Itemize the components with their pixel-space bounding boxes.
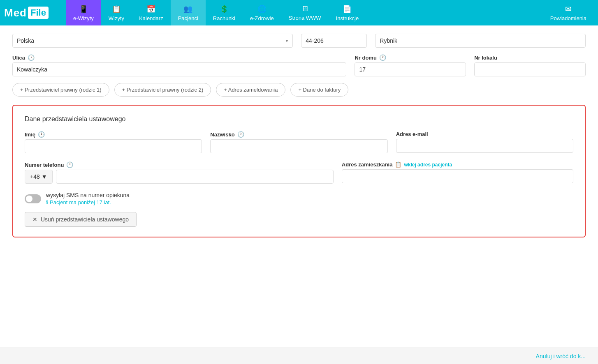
imie-field: Imię 🕐	[25, 131, 202, 153]
add-dane-faktury-button[interactable]: + Dane do faktury	[290, 83, 348, 97]
kraj-field: Polska	[12, 34, 293, 48]
wklej-adres-link[interactable]: wklej adres pacjenta	[404, 162, 452, 168]
nr-lokalu-label: Nr lokalu	[474, 55, 586, 61]
nav-label-powiadomienia: Powiadomienia	[550, 15, 586, 21]
nav-item-rachunki[interactable]: 💲 Rachunki	[206, 0, 243, 25]
nr-domu-history-icon[interactable]: 🕐	[379, 54, 386, 61]
phone-prefix-button[interactable]: +48 ▼	[25, 170, 53, 184]
sms-toggle[interactable]	[25, 194, 41, 203]
nav-item-kalendarz[interactable]: 📅 Kalendarz	[132, 0, 171, 25]
nazwisko-field: Nazwisko 🕐	[210, 131, 387, 153]
toggle-slider	[25, 194, 41, 203]
nav-label-pacjenci: Pacjenci	[178, 15, 198, 21]
nav-items: 📱 e-Wizyty 📋 Wizyty 📅 Kalendarz 👥 Pacjen…	[66, 0, 366, 25]
age-warning: ℹ Pacjent ma poniżej 17 lat.	[46, 199, 130, 205]
nr-lokalu-input[interactable]	[474, 62, 586, 76]
ulica-field: Ulica 🕐	[12, 54, 346, 76]
section-title: Dane przedstawiciela ustawowego	[25, 115, 573, 123]
email-input[interactable]	[396, 139, 573, 153]
pacjenci-icon: 👥	[183, 5, 192, 14]
miasto-field	[375, 34, 586, 48]
nazwisko-input[interactable]	[210, 139, 387, 153]
nr-domu-input[interactable]	[355, 62, 466, 76]
sms-label-block: wysyłaj SMS na numer opiekuna ℹ Pacjent …	[46, 192, 130, 205]
adres-zamieszkania-field: Adres zamieszkania 📋 wklej adres pacjent…	[342, 161, 573, 183]
close-icon: ✕	[32, 216, 37, 223]
adres-zamieszkania-input[interactable]	[342, 169, 573, 183]
strona-www-icon: 🖥	[301, 5, 308, 13]
nav-item-e-wizyty[interactable]: 📱 e-Wizyty	[66, 0, 101, 25]
add-przedstawiciel2-button[interactable]: + Przedstawiciel prawny (rodzic 2)	[114, 83, 211, 97]
add-adres-zameldowania-button[interactable]: + Adres zameldowania	[216, 83, 285, 97]
country-row: Polska	[12, 34, 586, 48]
main-content: Polska Ulica 🕐 Nr domu 🕐 Nr	[0, 25, 598, 348]
email-label: Adres e-mail	[396, 131, 573, 137]
powiadomienia-icon: ✉	[565, 5, 571, 14]
cancel-link[interactable]: Anuluj i wróć do k...	[536, 353, 586, 359]
telefon-field: Numer telefonu 🕐 +48 ▼	[25, 161, 334, 184]
action-buttons-row: + Przedstawiciel prawny (rodzic 1) + Prz…	[12, 83, 586, 97]
miasto-input[interactable]	[375, 34, 586, 48]
e-wizyty-icon: 📱	[79, 5, 88, 14]
wizyty-icon: 📋	[112, 5, 121, 14]
kraj-select[interactable]: Polska	[12, 34, 293, 48]
sms-row: wysyłaj SMS na numer opiekuna ℹ Pacjent …	[25, 192, 573, 205]
kalendarz-icon: 📅	[146, 5, 155, 14]
logo-med-text: Med	[4, 7, 27, 19]
bottom-bar: Anuluj i wróć do k...	[0, 348, 598, 364]
dropdown-icon: ▼	[42, 173, 47, 180]
phone-row: +48 ▼	[25, 170, 334, 184]
nr-domu-field: Nr domu 🕐	[355, 54, 466, 76]
e-zdrowie-icon: 🌐	[257, 5, 267, 14]
instrukcje-icon: 📄	[343, 5, 352, 14]
nav-item-wizyty[interactable]: 📋 Wizyty	[101, 0, 132, 25]
logo-file-text: File	[28, 7, 49, 19]
nr-domu-label: Nr domu 🕐	[355, 54, 466, 61]
nazwisko-label: Nazwisko 🕐	[210, 131, 387, 138]
nav-label-e-wizyty: e-Wizyty	[73, 15, 94, 21]
nav-label-rachunki: Rachunki	[213, 15, 235, 21]
address-row: Ulica 🕐 Nr domu 🕐 Nr lokalu	[12, 54, 586, 76]
nav-label-strona-www: Strona WWW	[289, 15, 321, 21]
adres-history-icon[interactable]: 📋	[395, 161, 401, 168]
nav-label-instrukcje: Instrukcje	[336, 15, 359, 21]
imie-label: Imię 🕐	[25, 131, 202, 138]
nav-label-wizyty: Wizyty	[109, 15, 124, 21]
nav-item-pacjenci[interactable]: 👥 Pacjenci	[171, 0, 206, 25]
add-przedstawiciel1-button[interactable]: + Przedstawiciel prawny (rodzic 1)	[12, 83, 109, 97]
imie-nazwisko-email-row: Imię 🕐 Nazwisko 🕐 Adres e-mail	[25, 131, 573, 153]
nazwisko-history-icon[interactable]: 🕐	[237, 131, 244, 138]
top-navigation: Med File 📱 e-Wizyty 📋 Wizyty 📅 Kalendarz…	[0, 0, 598, 25]
sms-label-text: wysyłaj SMS na numer opiekuna	[46, 192, 130, 198]
nav-item-instrukcje[interactable]: 📄 Instrukcje	[329, 0, 366, 25]
nav-item-e-zdrowie[interactable]: 🌐 e-Zdrowie	[243, 0, 281, 25]
telefon-label: Numer telefonu 🕐	[25, 161, 334, 168]
ulica-history-icon[interactable]: 🕐	[28, 54, 35, 61]
nav-item-strona-www[interactable]: 🖥 Strona WWW	[281, 0, 329, 25]
kod-input[interactable]	[301, 34, 367, 48]
nr-lokalu-field: Nr lokalu	[474, 55, 586, 76]
nav-item-powiadomienia[interactable]: ✉ Powiadomienia	[543, 5, 594, 21]
telefon-history-icon[interactable]: 🕐	[66, 161, 73, 168]
warning-icon: ℹ	[46, 199, 48, 205]
ulica-label: Ulica 🕐	[12, 54, 346, 61]
rachunki-icon: 💲	[220, 5, 229, 14]
telefon-adres-row: Numer telefonu 🕐 +48 ▼ Adres zamieszkani…	[25, 161, 573, 184]
nav-label-kalendarz: Kalendarz	[139, 15, 163, 21]
przedstawiciel-ustawowy-section: Dane przedstawiciela ustawowego Imię 🕐 N…	[12, 105, 586, 237]
logo: Med File	[4, 7, 62, 19]
imie-input[interactable]	[25, 139, 202, 153]
nav-label-e-zdrowie: e-Zdrowie	[250, 15, 274, 21]
email-field: Adres e-mail	[396, 131, 573, 153]
delete-przedstawiciel-button[interactable]: ✕ Usuń przedstawiciela ustawowego	[25, 212, 137, 227]
ulica-input[interactable]	[12, 62, 346, 76]
kod-field	[301, 34, 367, 48]
imie-history-icon[interactable]: 🕐	[38, 131, 45, 138]
adres-label: Adres zamieszkania 📋 wklej adres pacjent…	[342, 161, 573, 168]
phone-number-input[interactable]	[56, 170, 334, 184]
